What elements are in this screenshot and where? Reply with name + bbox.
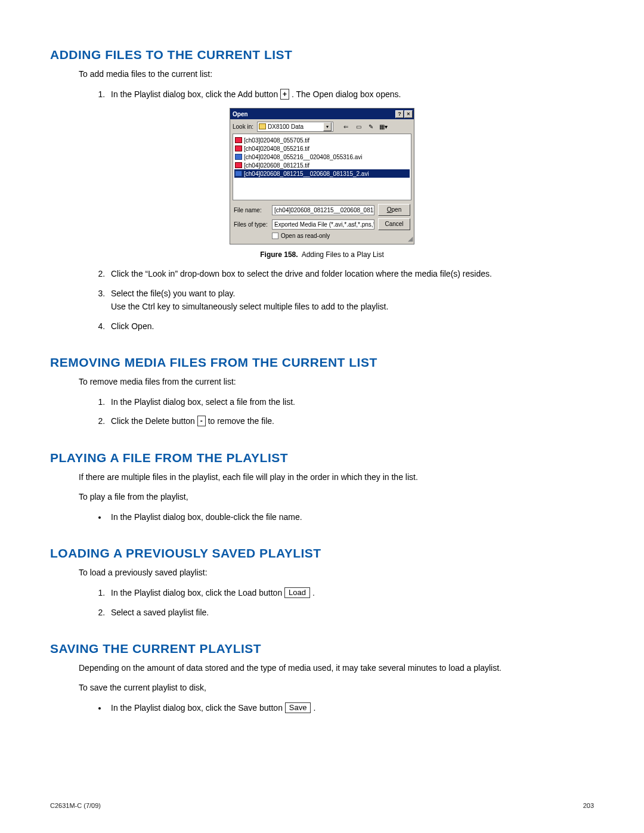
save-button-icon: Save xyxy=(285,702,311,713)
file-row-selected[interactable]: [ch04]020608_081215__020608_081315_2.avi xyxy=(234,169,410,178)
step1-post: . The Open dialog box opens. xyxy=(292,89,401,99)
playing-intro-1: If there are multiple files in the playl… xyxy=(79,471,594,484)
filetype-label: Files of type: xyxy=(234,221,268,228)
lookin-value: DX8100 Data xyxy=(268,123,304,130)
close-icon[interactable]: × xyxy=(404,110,413,118)
resize-grip-icon[interactable]: ◢ xyxy=(408,235,413,243)
file-icon xyxy=(235,171,242,176)
file-row[interactable]: [ch03]020408_055705.tif xyxy=(234,136,410,144)
readonly-label: Open as read-only xyxy=(281,233,330,239)
file-name: [ch03]020408_055705.tif xyxy=(244,137,309,144)
page-footer: C2631M-C (7/09) 203 xyxy=(50,802,594,809)
heading-saving: SAVING THE CURRENT PLAYLIST xyxy=(50,642,594,656)
add-button-icon: + xyxy=(280,89,289,100)
loading-intro: To load a previously saved playlist: xyxy=(79,566,594,579)
readonly-checkbox[interactable] xyxy=(272,233,278,239)
heading-playing: PLAYING A FILE FROM THE PLAYLIST xyxy=(50,451,594,465)
file-icon xyxy=(235,137,242,143)
filename-value: [ch04]020608_081215__020608_081315_2.avi xyxy=(274,207,374,213)
playing-bullet: In the Playlist dialog box, double-click… xyxy=(107,510,594,524)
folder-icon xyxy=(259,123,266,129)
saving-bullet: In the Playlist dialog box, click the Sa… xyxy=(107,701,594,714)
filetype-dropdown[interactable]: Exported Media File (*.avi,*.asf,*.pns,*… xyxy=(272,219,374,230)
saving-intro-2: To save the current playlist to disk, xyxy=(79,682,594,694)
help-icon[interactable]: ? xyxy=(395,110,404,118)
adding-step-2: Click the “Look in” drop-down box to sel… xyxy=(107,267,594,280)
file-row[interactable]: [ch04]020608_081215.tif xyxy=(234,161,410,169)
file-row[interactable]: [ch04]020408_055216.tif xyxy=(234,144,410,153)
adding-intro: To add media files to the current list: xyxy=(79,68,594,80)
figure-caption: Figure 158. Adding Files to a Play List xyxy=(50,250,594,259)
playing-intro-2: To play a file from the playlist, xyxy=(79,491,594,503)
filename-label: File name: xyxy=(234,207,268,213)
file-icon xyxy=(235,145,242,151)
removing-step-1: In the Playlist dialog box, select a fil… xyxy=(107,395,594,408)
file-name: [ch04]020608_081215__020608_081315_2.avi xyxy=(244,171,369,177)
heading-loading: LOADING A PREVIOUSLY SAVED PLAYLIST xyxy=(50,546,594,561)
filetype-value: Exported Media File (*.avi,*.asf,*.pns,*… xyxy=(274,221,374,228)
lookin-label: Look in: xyxy=(233,123,255,130)
footer-right: 203 xyxy=(583,802,594,809)
delete-button-icon: - xyxy=(197,416,206,426)
file-icon xyxy=(235,162,242,168)
file-name: [ch04]020608_081215.tif xyxy=(244,162,309,169)
dialog-title: Open xyxy=(233,111,248,117)
new-folder-icon[interactable]: ✎ xyxy=(366,122,376,132)
heading-removing: REMOVING MEDIA FILES FROM THE CURRENT LI… xyxy=(50,355,594,370)
file-icon xyxy=(235,154,242,160)
cancel-button[interactable]: Cancel xyxy=(378,218,410,230)
loading-step-1: In the Playlist dialog box, click the Lo… xyxy=(107,586,594,599)
dialog-titlebar: Open ? × xyxy=(230,109,414,119)
loading-step-2: Select a saved playlist file. xyxy=(107,606,594,619)
back-icon[interactable]: ⇐ xyxy=(340,122,351,132)
playing-bullets: In the Playlist dialog box, double-click… xyxy=(97,510,594,524)
lookin-dropdown[interactable]: DX8100 Data ▾ xyxy=(257,122,333,132)
file-name: [ch04]020408_055216.tif xyxy=(244,145,309,152)
up-one-level-icon[interactable]: ▭ xyxy=(353,122,364,132)
step1-pre: In the Playlist dialog box, click the Ad… xyxy=(111,89,280,99)
adding-steps-cont: Click the “Look in” drop-down box to sel… xyxy=(97,267,594,333)
removing-intro: To remove media files from the current l… xyxy=(79,376,594,388)
loading-steps: In the Playlist dialog box, click the Lo… xyxy=(97,586,594,619)
view-menu-icon[interactable]: ▦▾ xyxy=(378,122,389,132)
file-row[interactable]: [ch04]020408_055216__020408_055316.avi xyxy=(234,153,410,161)
load-button-icon: Load xyxy=(284,587,310,598)
adding-step-4: Click Open. xyxy=(107,320,594,333)
saving-bullets: In the Playlist dialog box, click the Sa… xyxy=(97,701,594,714)
heading-adding: ADDING FILES TO THE CURRENT LIST xyxy=(50,48,594,62)
removing-steps: In the Playlist dialog box, select a fil… xyxy=(97,395,594,428)
adding-step-1: In the Playlist dialog box, click the Ad… xyxy=(107,88,594,101)
open-dialog: Open ? × Look in: DX8100 Data ▾ ⇐ ▭ ✎ ▦▾… xyxy=(230,108,414,244)
saving-intro-1: Depending on the amount of data stored a… xyxy=(79,662,594,674)
chevron-down-icon[interactable]: ▾ xyxy=(323,122,332,131)
file-name: [ch04]020408_055216__020408_055316.avi xyxy=(244,154,363,160)
file-list[interactable]: [ch03]020408_055705.tif [ch04]020408_055… xyxy=(233,134,411,200)
adding-step-3: Select the file(s) you want to play. Use… xyxy=(107,287,594,314)
adding-steps: In the Playlist dialog box, click the Ad… xyxy=(97,88,594,101)
removing-step-2: Click the Delete button - to remove the … xyxy=(107,414,594,428)
open-button[interactable]: Open xyxy=(378,204,410,216)
filename-input[interactable]: [ch04]020608_081215__020608_081315_2.avi… xyxy=(272,205,374,215)
footer-left: C2631M-C (7/09) xyxy=(50,802,101,809)
